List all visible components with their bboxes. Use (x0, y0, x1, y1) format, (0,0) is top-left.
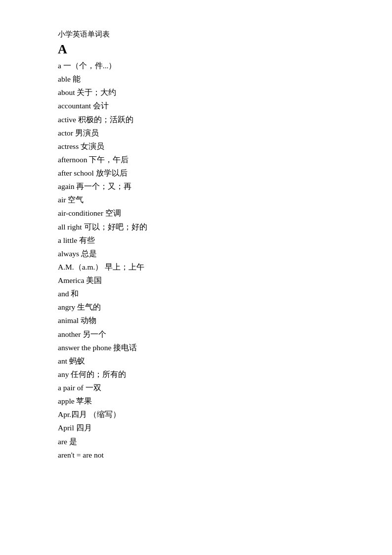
word-entry: America 美国 (58, 274, 334, 287)
word-entry: aren't = are not (58, 448, 334, 462)
word-entry: about 关于；大约 (58, 86, 334, 99)
word-entry: another 另一个 (58, 327, 334, 341)
word-list: a 一（个，件...）able 能about 关于；大约accountant 会… (58, 59, 334, 462)
word-entry: after school 放学以后 (58, 166, 334, 180)
word-entry: and 和 (58, 287, 334, 300)
word-entry: afternoon 下午，午后 (58, 153, 334, 166)
word-entry: A.M.（a.m.） 早上；上午 (58, 260, 334, 274)
word-entry: April 四月 (58, 421, 334, 434)
word-entry: air-conditioner 空调 (58, 206, 334, 220)
word-entry: again 再一个；又；再 (58, 180, 334, 193)
word-entry: a little 有些 (58, 233, 334, 247)
word-entry: actress 女演员 (58, 139, 334, 153)
word-entry: all right 可以；好吧；好的 (58, 220, 334, 233)
word-entry: able 能 (58, 72, 334, 86)
word-entry: accountant 会计 (58, 99, 334, 112)
word-entry: answer the phone 接电话 (58, 341, 334, 354)
word-entry: active 积极的；活跃的 (58, 113, 334, 126)
word-entry: angry 生气的 (58, 300, 334, 314)
word-entry: air 空气 (58, 193, 334, 206)
word-entry: a pair of 一双 (58, 381, 334, 394)
section-a: A a 一（个，件...）able 能about 关于；大约accountant… (58, 42, 334, 462)
word-entry: always 总是 (58, 247, 334, 260)
word-entry: a 一（个，件...） (58, 59, 334, 72)
section-heading-a: A (58, 42, 334, 57)
word-entry: animal 动物 (58, 314, 334, 327)
word-entry: ant 蚂蚁 (58, 354, 334, 368)
word-entry: actor 男演员 (58, 126, 334, 139)
page-title: 小学英语单词表 (58, 30, 334, 39)
word-entry: Apr.四月 （缩写） (58, 408, 334, 421)
word-entry: any 任何的；所有的 (58, 368, 334, 381)
word-entry: are 是 (58, 435, 334, 448)
word-entry: apple 苹果 (58, 394, 334, 408)
